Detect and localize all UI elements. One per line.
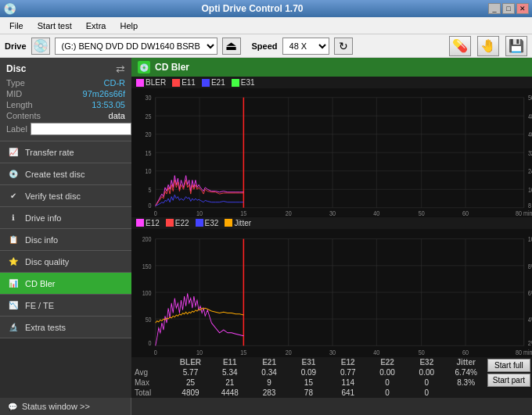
legend-e11: E11 — [172, 78, 196, 87]
speed-label: Speed — [252, 41, 278, 51]
svg-text:10%: 10% — [528, 235, 532, 243]
contents-label: Contents — [6, 111, 41, 120]
sidebar-nav: 📈Transfer rate💿Create test disc✔Verify t… — [0, 141, 131, 338]
legend-e12: E12 — [136, 219, 160, 227]
svg-text:8%: 8% — [528, 262, 532, 270]
start-part-button[interactable]: Start part — [487, 374, 530, 387]
col-e21: E21 — [250, 357, 289, 367]
content-area: 💿 CD Bler BLER E11 E21 — [131, 58, 532, 398]
sidebar-item-cd-bler[interactable]: 📊CD Bler — [0, 273, 131, 295]
sidebar-label-extra-tests: Extra tests — [25, 323, 66, 332]
stats-row-max: Max2521915114008.3% — [131, 377, 486, 388]
type-value: CD-R — [104, 78, 126, 88]
stats-cell-0-3: 0.09 — [289, 367, 328, 377]
disc-info-icon: 📋 — [8, 234, 19, 245]
drive-icon: 💿 — [31, 38, 50, 55]
svg-text:100: 100 — [142, 289, 152, 297]
disc-nav-arrows[interactable]: ⇄ — [116, 63, 125, 75]
cd-bler-icon: 📊 — [8, 278, 19, 289]
save-button[interactable]: 💾 — [505, 36, 527, 56]
refresh-button[interactable]: ↻ — [334, 38, 353, 55]
svg-text:80 min: 80 min — [516, 210, 532, 217]
legend-e31: E31 — [232, 78, 255, 87]
stats-cell-1-2: 9 — [250, 377, 289, 388]
sidebar-label-disc-quality: Disc quality — [25, 257, 69, 267]
legend-bler: BLER — [136, 78, 166, 87]
hand-button[interactable]: 🤚 — [477, 36, 499, 56]
sidebar-item-verify-test-disc[interactable]: ✔Verify test disc — [0, 185, 131, 207]
drive-select[interactable]: (G:) BENQ DVD DD DW1640 BSRB — [55, 38, 217, 55]
bottom-legend: E12 E22 E32 Jitter — [131, 217, 532, 229]
chart-header: 💿 CD Bler — [131, 58, 532, 77]
stats-cell-2-6: 0 — [407, 388, 446, 398]
svg-text:25: 25 — [146, 113, 152, 120]
sidebar-item-disc-quality[interactable]: ⭐Disc quality — [0, 251, 131, 273]
stats-cell-0-0: 5.77 — [171, 367, 210, 377]
status-window-button[interactable]: 💬 Status window >> — [0, 398, 131, 415]
svg-text:40 X: 40 X — [528, 131, 532, 139]
sidebar-item-fe-te[interactable]: 📉FE / TE — [0, 295, 131, 317]
stats-cell-1-5: 0 — [368, 377, 407, 388]
menu-file[interactable]: File — [3, 20, 30, 32]
main-area: Disc ⇄ Type CD-R MID 97m26s66f Length 13… — [0, 58, 532, 398]
app-title: Opti Drive Control 1.70 — [16, 3, 488, 14]
svg-text:200: 200 — [142, 235, 152, 243]
menu-start-test[interactable]: Start test — [31, 20, 78, 32]
speed-select[interactable]: 48 X — [282, 38, 329, 55]
stats-table: BLER E11 E21 E31 E12 E22 E32 Jitter — [131, 357, 486, 398]
svg-text:60: 60 — [462, 210, 469, 217]
sidebar-label-verify-test-disc: Verify test disc — [25, 191, 81, 201]
svg-text:56 X: 56 X — [528, 95, 532, 102]
disc-section-title: Disc — [6, 63, 26, 74]
disc-button[interactable]: 💊 — [449, 36, 471, 56]
col-e31: E31 — [289, 357, 328, 367]
title-bar: 💿 Opti Drive Control 1.70 _ □ ✕ — [0, 0, 532, 17]
sidebar-label-transfer-rate: Transfer rate — [25, 148, 74, 157]
sidebar-label-disc-info: Disc info — [25, 235, 58, 245]
svg-text:10: 10 — [196, 210, 203, 217]
sidebar-label-cd-bler: CD Bler — [25, 279, 56, 288]
eject-button[interactable]: ⏏ — [222, 38, 241, 55]
maximize-button[interactable]: □ — [502, 3, 515, 14]
svg-text:32 X: 32 X — [528, 149, 532, 157]
close-button[interactable]: ✕ — [516, 3, 529, 14]
stats-row: BLER E11 E21 E31 E12 E22 E32 Jitter — [131, 357, 532, 398]
stats-label-2: Total — [131, 388, 171, 398]
sidebar-item-extra-tests[interactable]: 🔬Extra tests — [0, 317, 131, 338]
svg-text:2%: 2% — [528, 339, 532, 347]
svg-text:15: 15 — [240, 349, 246, 356]
top-legend: BLER E11 E21 E31 — [131, 77, 532, 88]
start-full-button[interactable]: Start full — [487, 359, 530, 372]
label-label: Label — [6, 124, 27, 134]
svg-text:40: 40 — [373, 349, 379, 356]
stats-row-avg: Avg5.775.340.340.090.770.000.006.74% — [131, 367, 486, 377]
sidebar-label-fe-te: FE / TE — [25, 301, 54, 310]
sidebar-item-disc-info[interactable]: 📋Disc info — [0, 229, 131, 251]
svg-text:8 X: 8 X — [528, 202, 532, 209]
label-input[interactable] — [31, 123, 131, 135]
sidebar-item-create-test-disc[interactable]: 💿Create test disc — [0, 163, 131, 185]
stats-cell-0-6: 0.00 — [407, 367, 446, 377]
svg-text:0: 0 — [149, 202, 152, 209]
start-buttons: Start full Start part — [486, 357, 532, 398]
stats-cell-0-1: 5.34 — [210, 367, 250, 377]
type-label: Type — [6, 78, 25, 88]
svg-text:30: 30 — [329, 210, 336, 217]
menu-extra[interactable]: Extra — [80, 20, 113, 32]
sidebar-item-transfer-rate[interactable]: 📈Transfer rate — [0, 141, 131, 163]
menu-bar: File Start test Extra Help — [0, 17, 532, 34]
menu-help[interactable]: Help — [113, 20, 144, 32]
mid-label: MID — [6, 89, 22, 98]
stats-cell-2-4: 641 — [329, 388, 368, 398]
svg-text:60: 60 — [462, 349, 469, 356]
stats-label-1: Max — [131, 377, 171, 388]
sidebar-item-drive-info[interactable]: ℹDrive info — [0, 207, 131, 229]
sidebar-label-drive-info: Drive info — [25, 213, 61, 223]
window-controls: _ □ ✕ — [488, 3, 529, 14]
status-window-icon: 💬 — [8, 402, 17, 411]
minimize-button[interactable]: _ — [488, 3, 501, 14]
stats-cell-1-3: 15 — [289, 377, 328, 388]
stats-cell-2-7 — [447, 388, 486, 398]
col-e22: E22 — [368, 357, 407, 367]
stats-cell-0-2: 0.34 — [250, 367, 289, 377]
